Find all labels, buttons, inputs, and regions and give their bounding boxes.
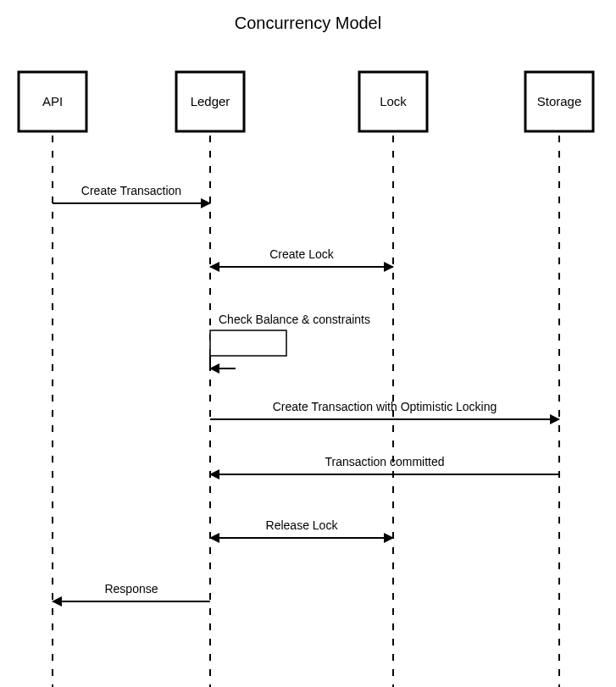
message-check-balance: Check Balance & constraints [210, 313, 370, 368]
message-check-balance-label: Check Balance & constraints [219, 313, 370, 326]
message-tx-committed-label: Transaction committed [325, 455, 444, 468]
message-create-tx-optimistic-label: Create Transaction with Optimistic Locki… [273, 400, 497, 413]
participants [19, 72, 593, 131]
message-release-lock-label: Release Lock [266, 518, 339, 532]
participant-labels: API Ledger Lock Storage [42, 94, 581, 108]
participant-storage-label: Storage [537, 94, 582, 108]
messages: Create Transaction Create Lock Check Bal… [53, 184, 559, 601]
message-response-label: Response [104, 582, 158, 596]
selfcall-box [210, 330, 286, 356]
message-create-transaction-label: Create Transaction [81, 184, 181, 197]
participant-ledger-label: Ledger [191, 94, 230, 108]
participant-lock-label: Lock [380, 94, 407, 108]
sequence-diagram: Concurrency Model API Ledger Lock Storag… [0, 0, 616, 687]
participant-api-label: API [42, 94, 63, 108]
message-create-lock-label: Create Lock [269, 247, 334, 261]
diagram-title: Concurrency Model [235, 14, 381, 32]
